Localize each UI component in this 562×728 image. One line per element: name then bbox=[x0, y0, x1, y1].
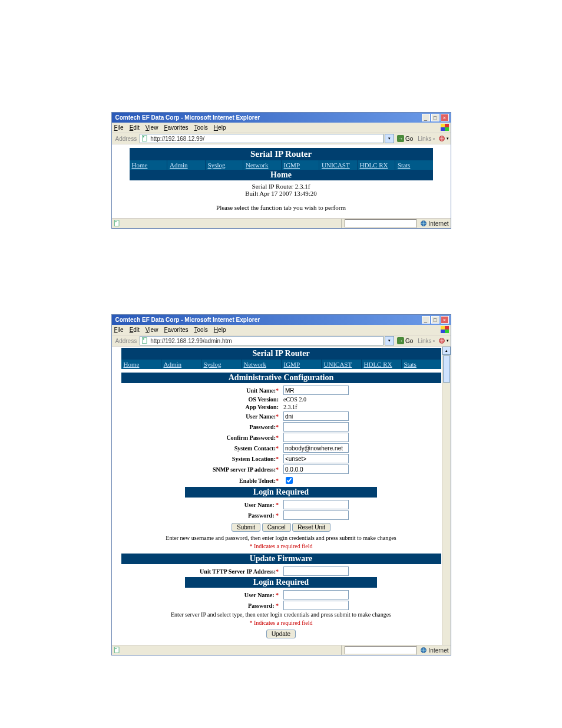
tab-admin[interactable]: Admin bbox=[161, 360, 201, 369]
scroll-up-button[interactable]: ▴ bbox=[442, 347, 451, 355]
tab-unicast[interactable]: UNICAST bbox=[322, 360, 362, 369]
version-line: Serial IP Router 2.3.1f bbox=[130, 183, 433, 190]
menu-view[interactable]: View bbox=[146, 327, 158, 333]
tab-stats[interactable]: Stats bbox=[402, 360, 441, 369]
close-button[interactable]: × bbox=[441, 114, 449, 121]
address-field[interactable]: http://192.168.12.99/ bbox=[140, 134, 384, 143]
unit-name-input[interactable] bbox=[283, 386, 349, 395]
links-toolbar[interactable]: Links » bbox=[416, 136, 437, 142]
title-bar: Comtech EF Data Corp - Microsoft Interne… bbox=[112, 315, 451, 325]
svg-point-10 bbox=[115, 648, 116, 649]
password-input[interactable] bbox=[283, 422, 349, 431]
menu-bar: File Edit View Favorites Tools Help bbox=[112, 325, 451, 335]
login1-password-input[interactable] bbox=[283, 510, 349, 520]
login-required-band-1: Login Required bbox=[185, 487, 377, 498]
enable-telnet-label: Enable Telnet:* bbox=[121, 477, 279, 484]
links-chevron-icon: » bbox=[433, 339, 435, 343]
menu-tools[interactable]: Tools bbox=[194, 327, 208, 333]
tab-igmp[interactable]: IGMP bbox=[282, 160, 320, 170]
tab-network[interactable]: Network bbox=[243, 160, 282, 170]
cancel-button[interactable]: Cancel bbox=[262, 523, 291, 532]
vertical-scrollbar[interactable]: ▴ bbox=[442, 347, 451, 645]
tab-admin[interactable]: Admin bbox=[167, 160, 206, 170]
toolbar-globe-icon[interactable] bbox=[438, 337, 445, 344]
menu-edit[interactable]: Edit bbox=[130, 124, 140, 131]
address-dropdown-button[interactable]: ▾ bbox=[385, 336, 394, 345]
window-title: Comtech EF Data Corp - Microsoft Interne… bbox=[114, 114, 422, 121]
scroll-thumb[interactable] bbox=[443, 355, 450, 383]
links-chevron-icon: » bbox=[433, 137, 435, 141]
toolbar-overflow-icon[interactable]: ▾ bbox=[447, 338, 449, 343]
tab-hdlcrx[interactable]: HDLC RX bbox=[362, 360, 402, 369]
go-arrow-icon: → bbox=[397, 135, 404, 142]
confirm-password-input[interactable] bbox=[283, 433, 349, 442]
submit-button[interactable]: Submit bbox=[232, 523, 260, 532]
tab-home[interactable]: Home bbox=[130, 160, 168, 170]
menu-edit[interactable]: Edit bbox=[130, 327, 140, 333]
zone-label: Internet bbox=[429, 647, 449, 654]
login2-user-input[interactable] bbox=[283, 590, 349, 599]
menu-favorites[interactable]: Favorites bbox=[164, 327, 188, 333]
toolbar-globe-icon[interactable] bbox=[438, 135, 445, 142]
enable-telnet-checkbox[interactable] bbox=[286, 477, 293, 484]
confirm-password-label: Confirm Password:* bbox=[121, 434, 279, 441]
ie-logo-icon bbox=[441, 124, 449, 131]
system-location-input[interactable] bbox=[283, 454, 349, 463]
close-button[interactable]: × bbox=[441, 316, 449, 324]
menu-file[interactable]: File bbox=[114, 327, 124, 333]
tab-hdlcrx[interactable]: HDLC RX bbox=[358, 160, 396, 170]
progress-indicator bbox=[345, 219, 416, 228]
menu-view[interactable]: View bbox=[146, 124, 158, 131]
window-title: Comtech EF Data Corp - Microsoft Interne… bbox=[114, 317, 422, 323]
tab-home[interactable]: Home bbox=[121, 360, 161, 369]
progress-indicator bbox=[345, 646, 416, 654]
user-name-input[interactable] bbox=[283, 411, 349, 421]
tab-network[interactable]: Network bbox=[242, 360, 282, 369]
menu-favorites[interactable]: Favorites bbox=[164, 124, 188, 131]
menu-tools[interactable]: Tools bbox=[194, 124, 208, 131]
go-button[interactable]: → Go bbox=[395, 135, 415, 142]
go-button[interactable]: → Go bbox=[395, 337, 415, 344]
snmp-ip-label: SNMP server IP address:* bbox=[121, 466, 279, 473]
login2-password-input[interactable] bbox=[283, 601, 349, 610]
reset-unit-button[interactable]: Reset Unit bbox=[292, 523, 330, 532]
login1-user-input[interactable] bbox=[283, 500, 349, 509]
update-button[interactable]: Update bbox=[266, 630, 296, 638]
firmware-form: Unit TFTP Server IP Address:* bbox=[121, 564, 441, 577]
login2-user-label: User Name: * bbox=[121, 592, 279, 598]
tftp-ip-input[interactable] bbox=[283, 566, 349, 576]
minimize-button[interactable]: _ bbox=[422, 114, 430, 121]
snmp-ip-input[interactable] bbox=[283, 465, 349, 474]
menu-help[interactable]: Help bbox=[214, 327, 226, 333]
browser-window-admin: Comtech EF Data Corp - Microsoft Interne… bbox=[111, 314, 451, 655]
minimize-button[interactable]: _ bbox=[422, 316, 430, 324]
go-arrow-icon: → bbox=[397, 337, 404, 344]
tab-unicast[interactable]: UNICAST bbox=[319, 160, 358, 170]
system-contact-input[interactable] bbox=[283, 443, 349, 453]
tab-syslog[interactable]: Syslog bbox=[206, 160, 244, 170]
nav-tabs: Home Admin Syslog Network IGMP UNICAST H… bbox=[121, 360, 441, 369]
unit-name-label: Unit Name:* bbox=[121, 387, 279, 394]
svg-point-7 bbox=[143, 338, 144, 340]
maximize-button[interactable]: □ bbox=[431, 114, 439, 121]
app-version-value: 2.3.1f bbox=[283, 404, 441, 410]
address-bar: Address http://192.168.12.99/ ▾ → Go Lin… bbox=[112, 133, 451, 144]
admin-form: Unit Name:* OS Version: eCOS 2.0 App Ver… bbox=[121, 383, 441, 487]
login2-password-label: Password: * bbox=[121, 602, 279, 609]
address-label: Address bbox=[114, 338, 139, 344]
address-dropdown-button[interactable]: ▾ bbox=[385, 134, 394, 143]
tab-stats[interactable]: Stats bbox=[395, 160, 433, 170]
menu-help[interactable]: Help bbox=[214, 124, 226, 131]
address-url: http://192.168.12.99/ bbox=[150, 136, 204, 142]
required-note-2: * Indicates a required field bbox=[121, 619, 441, 627]
svg-rect-9 bbox=[114, 647, 119, 653]
tab-igmp[interactable]: IGMP bbox=[282, 360, 322, 369]
maximize-button[interactable]: □ bbox=[431, 316, 439, 324]
system-location-label: System Location:* bbox=[121, 456, 279, 462]
toolbar-overflow-icon[interactable]: ▾ bbox=[447, 136, 449, 141]
address-field[interactable]: http://192.168.12.99/admin.htm bbox=[140, 336, 384, 345]
menu-file[interactable]: File bbox=[114, 124, 124, 131]
svg-point-1 bbox=[143, 136, 144, 137]
tab-syslog[interactable]: Syslog bbox=[201, 360, 242, 369]
links-toolbar[interactable]: Links » bbox=[416, 338, 437, 344]
